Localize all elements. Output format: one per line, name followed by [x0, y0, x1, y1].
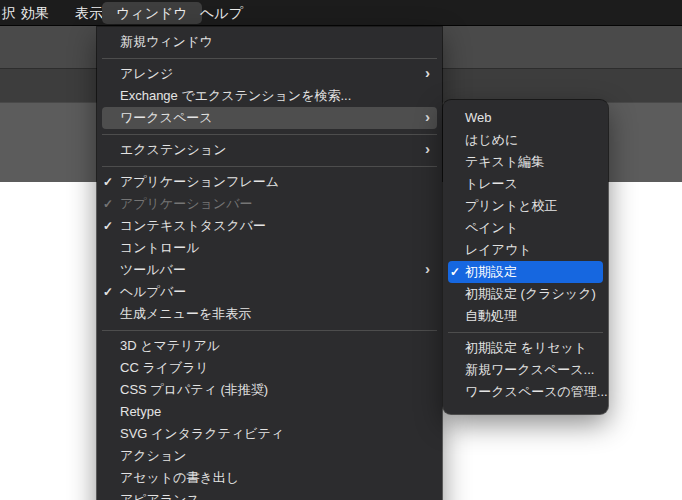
checkmark-icon: ✓: [103, 171, 113, 193]
menubar: 択効果表示ウィンドウヘルプ: [0, 0, 682, 26]
menu-item-label: CC ライブラリ: [120, 360, 209, 375]
submenu-arrow-icon: ›: [425, 106, 430, 128]
menu-item[interactable]: エクステンション›: [97, 139, 442, 161]
menu-item[interactable]: SVG インタラクティビティ: [97, 423, 442, 445]
submenu-arrow-icon: ›: [425, 258, 430, 280]
menu-item-label: SVG インタラクティビティ: [120, 426, 284, 441]
menu-item[interactable]: Retype: [97, 401, 442, 423]
checkmark-icon: ✓: [450, 261, 460, 283]
menu-item[interactable]: プリントと校正: [443, 195, 608, 217]
menu-item[interactable]: 自動処理: [443, 305, 608, 327]
menu-item-label: プリントと校正: [465, 198, 558, 213]
menu-item-label: ヘルプバー: [120, 284, 186, 299]
menu-item-label: トレース: [465, 176, 518, 191]
menu-item-label: 新規ワークスペース...: [465, 362, 594, 377]
menu-item-label: 初期設定: [465, 264, 517, 279]
menu-separator: [97, 161, 442, 171]
menubar-item-label: ウィンドウ: [116, 5, 188, 21]
menu-item[interactable]: CSS プロパティ (非推奨): [97, 379, 442, 401]
menu-item-label: ペイント: [465, 220, 518, 235]
menubar-item[interactable]: ヘルプ: [200, 2, 243, 24]
menu-item[interactable]: コントロール: [97, 237, 442, 259]
menu-item[interactable]: ✓アプリケーションフレーム: [97, 171, 442, 193]
menu-separator: [443, 327, 608, 337]
menu-item[interactable]: 初期設定 をリセット: [443, 337, 608, 359]
menu-item[interactable]: Exchange でエクステンションを検索...: [97, 85, 442, 107]
menu-item-label: アピアランス: [120, 492, 200, 500]
workspace-submenu-panel: Webはじめにテキスト編集トレースプリントと校正ペイントレイアウト✓初期設定初期…: [443, 100, 608, 414]
menu-item[interactable]: Web: [443, 107, 608, 129]
menu-item-label: 生成メニューを非表示: [120, 306, 251, 321]
menubar-item[interactable]: 表示: [75, 2, 103, 24]
menu-item[interactable]: 新規ワークスペース...: [443, 359, 608, 381]
menubar-item-label: ヘルプ: [200, 5, 243, 21]
checkmark-icon: ✓: [103, 281, 113, 303]
menu-item-label: Web: [465, 110, 492, 125]
menu-item-label: 3D とマテリアル: [120, 338, 220, 353]
menubar-item-label: 択: [2, 5, 16, 21]
menu-item[interactable]: CC ライブラリ: [97, 357, 442, 379]
menubar-item[interactable]: ウィンドウ: [102, 2, 202, 24]
menu-item-label: アセットの書き出し: [120, 470, 239, 485]
menu-item[interactable]: ペイント: [443, 217, 608, 239]
submenu-arrow-icon: ›: [425, 138, 430, 160]
menu-item[interactable]: アレンジ›: [97, 63, 442, 85]
menu-item-label: アプリケーションバー: [120, 196, 252, 211]
menu-item[interactable]: ツールバー›: [97, 259, 442, 281]
menu-item[interactable]: 初期設定 (クラシック): [443, 283, 608, 305]
menu-item[interactable]: テキスト編集: [443, 151, 608, 173]
menu-separator: [97, 129, 442, 139]
menu-item-label: はじめに: [465, 132, 518, 147]
menubar-item-label: 効果: [21, 5, 49, 21]
checkmark-icon: ✓: [103, 215, 113, 237]
menu-item-label: 新規ウィンドウ: [120, 34, 213, 49]
menu-item-label: Retype: [120, 404, 161, 419]
menu-item-label: アレンジ: [120, 66, 173, 81]
menu-separator: [97, 53, 442, 63]
menu-item-label: レイアウト: [465, 242, 532, 257]
menu-item-label: 初期設定 をリセット: [465, 340, 587, 355]
checkmark-icon: ✓: [103, 193, 113, 215]
menu-item-label: ワークスペース: [120, 110, 213, 125]
menu-item-label: 自動処理: [465, 308, 517, 323]
menu-item[interactable]: トレース: [443, 173, 608, 195]
menu-item-label: CSS プロパティ (非推奨): [120, 382, 268, 397]
menu-item-label: コントロール: [120, 240, 200, 255]
menu-item[interactable]: 生成メニューを非表示: [97, 303, 442, 325]
menu-item[interactable]: ✓ヘルプバー: [97, 281, 442, 303]
menu-separator: [97, 325, 442, 335]
menu-item-label: アプリケーションフレーム: [120, 174, 279, 189]
submenu-arrow-icon: ›: [425, 62, 430, 84]
menu-item[interactable]: ✓コンテキストタスクバー: [97, 215, 442, 237]
menu-item-label: テキスト編集: [465, 154, 544, 169]
menu-item[interactable]: アピアランス: [97, 489, 442, 500]
menu-item-label: Exchange でエクステンションを検索...: [120, 88, 351, 103]
menu-item[interactable]: はじめに: [443, 129, 608, 151]
menu-item[interactable]: ワークスペース›: [97, 107, 442, 129]
menubar-item[interactable]: 択: [2, 2, 16, 24]
menu-item: ✓アプリケーションバー: [97, 193, 442, 215]
menu-item[interactable]: ワークスペースの管理...: [443, 381, 608, 403]
menu-item[interactable]: レイアウト: [443, 239, 608, 261]
window-menu-panel: 新規ウィンドウアレンジ›Exchange でエクステンションを検索...ワークス…: [97, 27, 442, 500]
menu-item-label: コンテキストタスクバー: [120, 218, 266, 233]
app-window: 択効果表示ウィンドウヘルプ 新規ウィンドウアレンジ›Exchange でエクステ…: [0, 0, 682, 500]
menu-item[interactable]: アクション: [97, 445, 442, 467]
menu-item-label: エクステンション: [120, 142, 226, 157]
menu-item-label: ワークスペースの管理...: [465, 384, 608, 399]
menu-item[interactable]: 新規ウィンドウ: [97, 31, 442, 53]
menu-item-label: アクション: [120, 448, 187, 463]
menubar-item[interactable]: 効果: [21, 2, 49, 24]
menu-item[interactable]: ✓初期設定: [443, 261, 608, 283]
menu-item[interactable]: アセットの書き出し: [97, 467, 442, 489]
menu-item-label: 初期設定 (クラシック): [465, 286, 596, 301]
menu-item-label: ツールバー: [120, 262, 186, 277]
menu-item[interactable]: 3D とマテリアル: [97, 335, 442, 357]
menubar-item-label: 表示: [75, 5, 103, 21]
